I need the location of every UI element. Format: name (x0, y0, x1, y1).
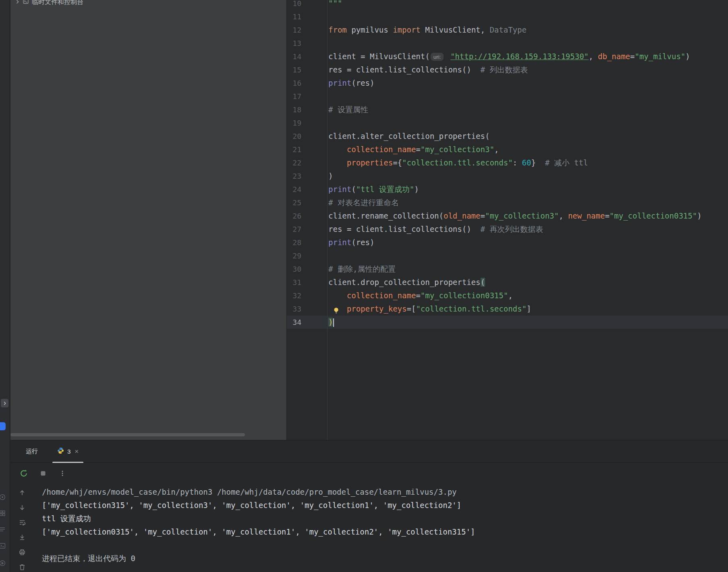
play-circle-icon[interactable] (0, 560, 6, 567)
code-line[interactable]: 28print(res) (287, 236, 728, 249)
code-line[interactable]: 15res = client.list_collections() # 列出数据… (287, 63, 728, 76)
line-number[interactable]: 26 (287, 209, 327, 223)
line-number[interactable]: 31 (287, 276, 327, 289)
code-line[interactable]: 10""" (287, 0, 728, 10)
line-number[interactable]: 14 (287, 50, 327, 63)
token-def: ={ (393, 158, 402, 167)
line-number[interactable]: 18 (287, 103, 327, 116)
token-kw: import (393, 25, 421, 34)
more-vertical-icon[interactable] (58, 469, 67, 478)
inlay-hint-uri[interactable]: uri: (431, 53, 444, 61)
token-def: ( (351, 185, 356, 194)
code-line[interactable]: 12from pymilvus import MilvusClient, Dat… (287, 23, 728, 37)
code-line[interactable]: 21 collection_name="my_collection3", (287, 143, 728, 156)
code-text: print(res) (327, 236, 374, 249)
code-text: # 删除,属性的配置 (327, 262, 396, 276)
line-number[interactable]: 19 (287, 116, 327, 130)
code-line[interactable]: 26client.rename_collection(old_name="my_… (287, 209, 728, 223)
code-line[interactable]: 24print("ttl 设置成功") (287, 183, 728, 196)
expand-stripe-button[interactable] (1, 399, 8, 407)
blue-tool-window-icon[interactable] (0, 422, 6, 430)
line-number[interactable]: 24 (287, 183, 327, 196)
line-number[interactable]: 10 (287, 0, 327, 10)
target-icon[interactable] (0, 494, 6, 501)
code-editor[interactable]: 10"""1112from pymilvus import MilvusClie… (286, 0, 728, 440)
scroll-to-end-icon[interactable] (19, 534, 26, 541)
lightbulb-icon[interactable] (333, 305, 340, 312)
arrow-up-icon[interactable] (19, 489, 26, 496)
line-number[interactable]: 25 (287, 196, 327, 209)
editor-lines: 10"""1112from pymilvus import MilvusClie… (287, 0, 728, 329)
token-str: "my_collection3" (485, 211, 559, 220)
line-number[interactable]: 11 (287, 10, 327, 23)
line-number[interactable]: 32 (287, 289, 327, 302)
soft-wrap-icon[interactable] (19, 519, 26, 526)
line-number[interactable]: 17 (287, 90, 327, 103)
line-number[interactable]: 34 (287, 316, 327, 329)
code-line[interactable]: 27res = client.list_collections() # 再次列出… (287, 223, 728, 236)
scratches-console-icon (23, 0, 29, 6)
code-line[interactable]: 17 (287, 90, 728, 103)
code-text: """ (327, 0, 342, 10)
code-line[interactable]: 13 (287, 37, 728, 50)
code-text: collection_name="my_collection0315", (327, 289, 513, 302)
project-panel[interactable]: 临时文件和控制台 (10, 0, 286, 440)
chevron-right-icon[interactable] (15, 0, 20, 6)
line-number[interactable]: 22 (287, 156, 327, 169)
line-number[interactable]: 23 (287, 169, 327, 183)
token-def: MilvusClient, (421, 25, 490, 34)
code-line[interactable]: 34) (287, 316, 728, 329)
token-def: client.rename_collection( (328, 211, 444, 220)
grid-icon[interactable] (0, 510, 6, 517)
line-number[interactable]: 12 (287, 23, 327, 37)
line-number[interactable]: 29 (287, 249, 327, 262)
code-line[interactable]: 19 (287, 116, 728, 130)
console-line: ['my_collection315', 'my_collection3', '… (42, 499, 728, 512)
token-def: ) (328, 171, 333, 180)
line-number[interactable]: 33 (287, 302, 327, 316)
terminal-icon[interactable] (0, 542, 6, 549)
pycharm-window: 临时文件和控制台 10"""1112from pymilvus import M… (0, 0, 728, 572)
token-def: = (481, 211, 485, 220)
arrow-down-icon[interactable] (19, 504, 26, 511)
rerun-icon[interactable] (19, 469, 28, 478)
line-number[interactable]: 30 (287, 262, 327, 276)
list-icon[interactable] (0, 526, 6, 533)
code-line[interactable]: 32 collection_name="my_collection0315", (287, 289, 728, 302)
tree-item-scratches-and-consoles[interactable]: 临时文件和控制台 (15, 0, 83, 8)
code-line[interactable]: 18# 设置属性 (287, 103, 728, 116)
code-line[interactable]: 23) (287, 169, 728, 183)
line-number[interactable]: 15 (287, 63, 327, 76)
run-tab-3[interactable]: 3 × (52, 440, 84, 463)
code-line[interactable]: 20client.alter_collection_properties( (287, 130, 728, 143)
token-param: old_name (444, 211, 481, 220)
line-number[interactable]: 27 (287, 223, 327, 236)
token-def: client.alter_collection_properties( (328, 132, 489, 140)
line-number[interactable]: 16 (287, 76, 327, 90)
stop-icon[interactable] (39, 469, 48, 478)
console-output[interactable]: /home/whj/envs/model_case/bin/python3 /h… (34, 484, 728, 572)
close-tab-icon[interactable]: × (75, 448, 79, 456)
code-line[interactable]: 11 (287, 10, 728, 23)
token-def: res = client.list_collections() (328, 65, 471, 74)
token-def: client = MilvusClient( (328, 52, 430, 61)
code-line[interactable]: 30# 删除,属性的配置 (287, 262, 728, 276)
code-text: ) (327, 316, 334, 329)
clear-icon[interactable] (19, 564, 26, 571)
console-line (42, 539, 728, 552)
line-number[interactable]: 13 (287, 37, 327, 50)
horizontal-scrollbar[interactable] (10, 433, 245, 436)
line-number[interactable]: 20 (287, 130, 327, 143)
print-icon[interactable] (19, 549, 26, 556)
code-line[interactable]: 31client.drop_collection_properties( (287, 276, 728, 289)
code-text: collection_name="my_collection3", (327, 143, 499, 156)
code-line[interactable]: 33 property_keys=["collection.ttl.second… (287, 302, 728, 316)
code-line[interactable]: 22 properties={"collection.ttl.seconds":… (287, 156, 728, 169)
run-panel-title: 运行 (26, 448, 38, 455)
code-line[interactable]: 29 (287, 249, 728, 262)
code-line[interactable]: 25# 对表名进行重命名 (287, 196, 728, 209)
line-number[interactable]: 21 (287, 143, 327, 156)
code-line[interactable]: 14client = MilvusClient(uri: "http://192… (287, 50, 728, 63)
code-line[interactable]: 16print(res) (287, 76, 728, 90)
line-number[interactable]: 28 (287, 236, 327, 249)
